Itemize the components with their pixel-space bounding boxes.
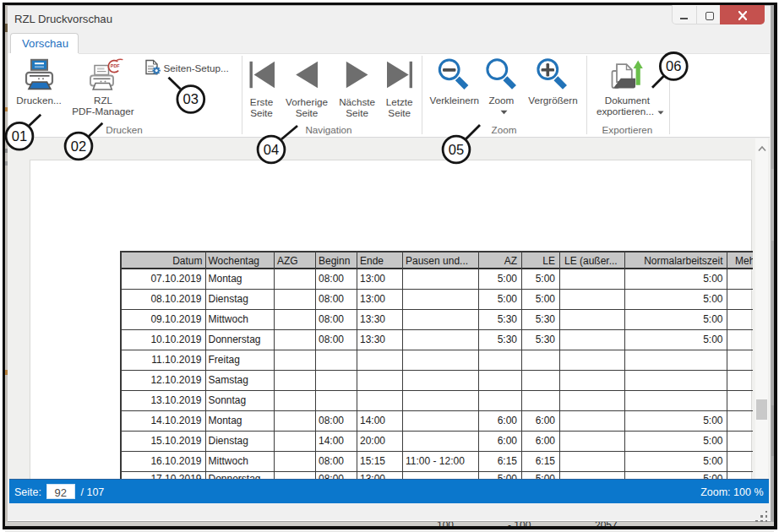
svg-text:04: 04	[264, 142, 279, 157]
svg-text:05: 05	[449, 142, 464, 157]
svg-text:06: 06	[666, 58, 681, 73]
svg-text:03: 03	[183, 91, 199, 106]
svg-text:01: 01	[12, 128, 27, 144]
svg-text:02: 02	[71, 138, 86, 154]
